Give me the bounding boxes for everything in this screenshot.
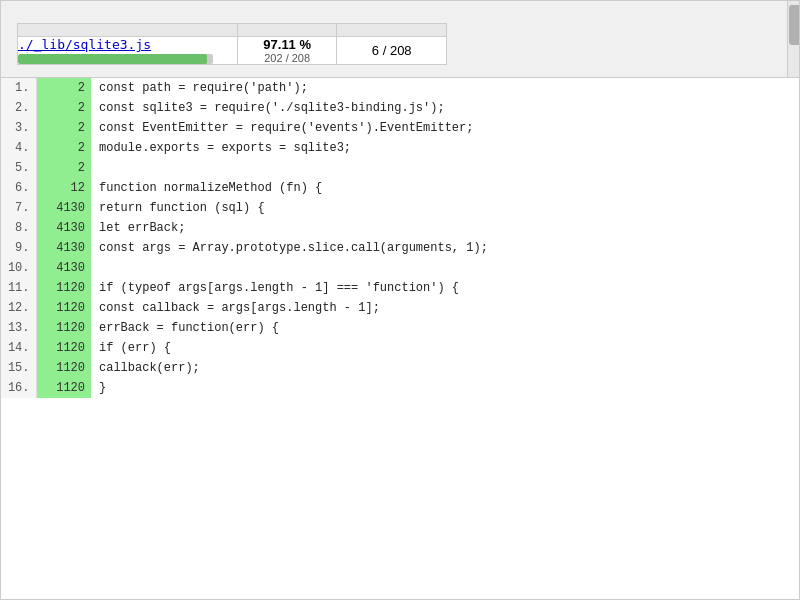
hit-count: 1120 <box>36 358 91 378</box>
coverage-table: ./_lib/sqlite3.js 97.11 % 202 / 208 6 / … <box>17 23 447 65</box>
code-row: 3.2const EventEmitter = require('events'… <box>1 118 701 138</box>
line-number: 16. <box>1 378 36 398</box>
code-row: 7.4130 return function (sql) { <box>1 198 701 218</box>
code-scroll-area[interactable]: 1.2const path = require('path');2.2const… <box>1 78 787 600</box>
code-row: 4.2module.exports = exports = sqlite3; <box>1 138 701 158</box>
line-number: 8. <box>1 218 36 238</box>
code-row: 12.1120 const callback = args[args.lengt… <box>1 298 701 318</box>
lines-pct: 97.11 % <box>238 37 337 52</box>
line-number: 9. <box>1 238 36 258</box>
hit-count: 1120 <box>36 338 91 358</box>
hit-count: 2 <box>36 138 91 158</box>
line-number: 7. <box>1 198 36 218</box>
progress-bar-bg <box>18 54 213 64</box>
line-number: 11. <box>1 278 36 298</box>
code-line: errBack = function(err) { <box>91 318 701 338</box>
code-row: 6.12function normalizeMethod (fn) { <box>1 178 701 198</box>
line-number: 4. <box>1 138 36 158</box>
line-number: 10. <box>1 258 36 278</box>
code-row: 1.2const path = require('path'); <box>1 78 701 98</box>
hit-count: 4130 <box>36 238 91 258</box>
code-row: 8.4130 let errBack; <box>1 218 701 238</box>
code-line: const path = require('path'); <box>91 78 701 98</box>
code-row: 13.1120 errBack = function(err) { <box>1 318 701 338</box>
code-row: 16.1120 } <box>1 378 701 398</box>
line-number: 1. <box>1 78 36 98</box>
coverage-table-container: ./_lib/sqlite3.js 97.11 % 202 / 208 6 / … <box>1 23 800 77</box>
line-number: 12. <box>1 298 36 318</box>
hit-count: 2 <box>36 118 91 138</box>
col-header-files <box>18 24 238 37</box>
hit-count: 1120 <box>36 278 91 298</box>
header <box>1 1 800 23</box>
code-line: if (err) { <box>91 338 701 358</box>
code-line: let errBack; <box>91 218 701 238</box>
lines-cell: 97.11 % 202 / 208 <box>237 37 337 65</box>
line-number: 13. <box>1 318 36 338</box>
code-row: 11.1120 if (typeof args[args.length - 1]… <box>1 278 701 298</box>
code-line: callback(err); <box>91 358 701 378</box>
main-container: ./_lib/sqlite3.js 97.11 % 202 / 208 6 / … <box>1 1 800 600</box>
code-line: return function (sql) { <box>91 198 701 218</box>
code-row: 5.2 <box>1 158 701 178</box>
code-line <box>91 258 701 278</box>
hit-count: 1120 <box>36 378 91 398</box>
code-line: const sqlite3 = require('./sqlite3-bindi… <box>91 98 701 118</box>
hit-count: 4130 <box>36 258 91 278</box>
file-cell: ./_lib/sqlite3.js <box>18 37 238 65</box>
code-line: const callback = args[args.length - 1]; <box>91 298 701 318</box>
code-line: const args = Array.prototype.slice.call(… <box>91 238 701 258</box>
hit-count: 2 <box>36 78 91 98</box>
hit-count: 4130 <box>36 218 91 238</box>
table-row: ./_lib/sqlite3.js 97.11 % 202 / 208 6 / … <box>18 37 447 65</box>
remaining-cell: 6 / 208 <box>337 37 447 65</box>
code-line <box>91 158 701 178</box>
line-number: 6. <box>1 178 36 198</box>
col-header-lines <box>237 24 337 37</box>
hit-count: 1120 <box>36 298 91 318</box>
code-row: 9.4130 const args = Array.prototype.slic… <box>1 238 701 258</box>
hit-count: 12 <box>36 178 91 198</box>
code-view: 1.2const path = require('path');2.2const… <box>1 77 800 600</box>
hit-count: 2 <box>36 98 91 118</box>
col-header-remaining <box>337 24 447 37</box>
hit-count: 1120 <box>36 318 91 338</box>
line-number: 3. <box>1 118 36 138</box>
line-number: 14. <box>1 338 36 358</box>
line-number: 5. <box>1 158 36 178</box>
code-row: 10.4130 <box>1 258 701 278</box>
line-number: 15. <box>1 358 36 378</box>
code-table: 1.2const path = require('path');2.2const… <box>1 78 701 398</box>
code-row: 14.1120 if (err) { <box>1 338 701 358</box>
code-line: } <box>91 378 701 398</box>
code-line: function normalizeMethod (fn) { <box>91 178 701 198</box>
hit-count: 2 <box>36 158 91 178</box>
line-number: 2. <box>1 98 36 118</box>
code-row: 15.1120 callback(err); <box>1 358 701 378</box>
code-line: const EventEmitter = require('events').E… <box>91 118 701 138</box>
hit-count: 4130 <box>36 198 91 218</box>
lines-count: 202 / 208 <box>238 52 337 64</box>
file-link[interactable]: ./_lib/sqlite3.js <box>18 37 237 52</box>
code-row: 2.2const sqlite3 = require('./sqlite3-bi… <box>1 98 701 118</box>
code-line: if (typeof args[args.length - 1] === 'fu… <box>91 278 701 298</box>
code-line: module.exports = exports = sqlite3; <box>91 138 701 158</box>
progress-bar-fill <box>18 54 207 64</box>
scrollbar-thumb-vertical[interactable] <box>789 5 800 45</box>
